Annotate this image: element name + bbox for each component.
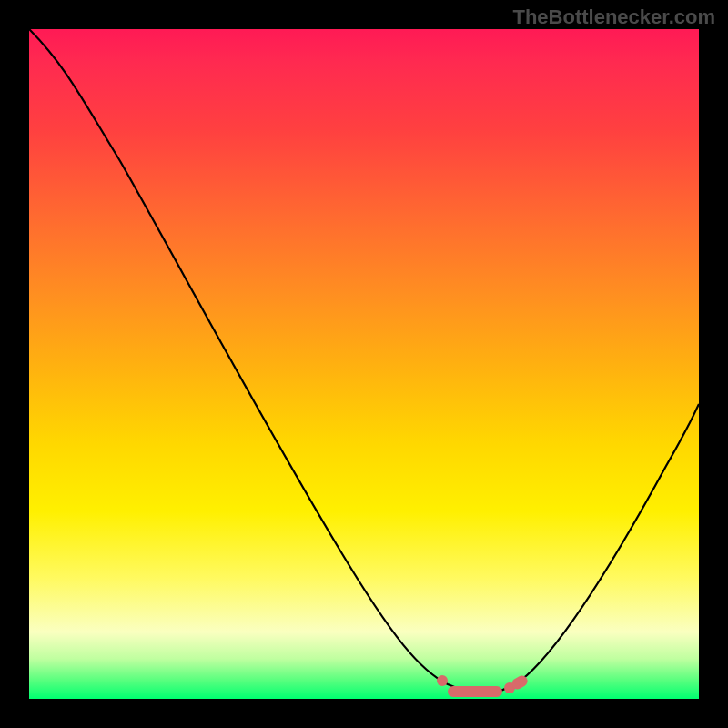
min-dot-left [437, 675, 448, 686]
plot-area [29, 29, 699, 699]
watermark-text: TheBottlenecker.com [512, 5, 715, 29]
chart-container: TheBottlenecker.com [0, 0, 728, 728]
bottleneck-curve [29, 29, 699, 699]
curve-path [29, 29, 699, 693]
min-marker-bar [448, 686, 502, 697]
